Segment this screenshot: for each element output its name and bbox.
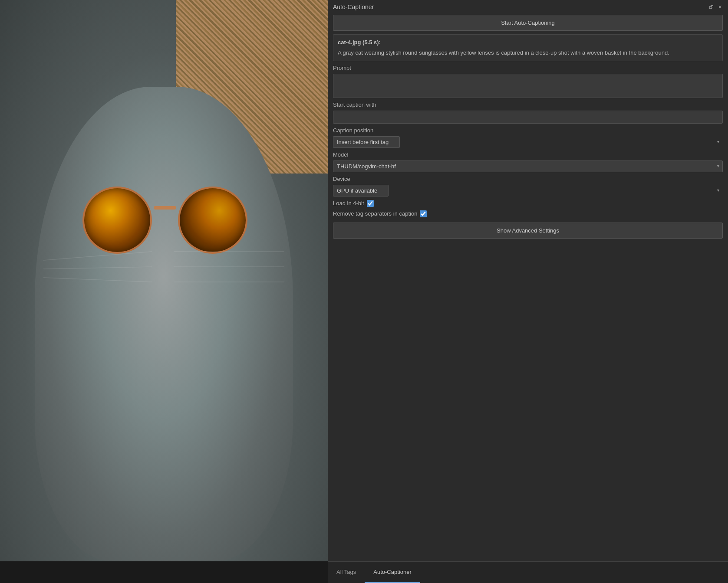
caption-position-section: Caption position Insert before first tag…: [333, 127, 723, 148]
close-button[interactable]: ✕: [717, 4, 723, 10]
show-advanced-settings-button[interactable]: Show Advanced Settings: [333, 223, 723, 239]
caption-filename: cat-4.jpg (5.5 s):: [338, 38, 718, 47]
prompt-label: Prompt: [333, 65, 723, 71]
remove-separators-label: Remove tag separators in caption: [333, 210, 417, 217]
caption-position-select[interactable]: Insert before first tag Insert after las…: [333, 136, 400, 148]
model-dropdown-container: THUDM/cogvlm-chat-hf Salesforce/blip2-op…: [333, 160, 723, 172]
model-section: Model THUDM/cogvlm-chat-hf Salesforce/bl…: [333, 151, 723, 172]
device-dropdown-arrow: ▼: [716, 188, 720, 193]
start-auto-captioning-button[interactable]: Start Auto-Captioning: [333, 15, 723, 31]
svg-line-0: [43, 252, 152, 260]
spacer: [333, 242, 723, 556]
panel-title: Auto-Captioner: [333, 3, 374, 10]
remove-separators-row: Remove tag separators in caption: [333, 210, 723, 217]
svg-line-1: [43, 267, 152, 269]
right-panel: Auto-Captioner 🗗 ✕ Start Auto-Captioning…: [328, 0, 728, 583]
cat-image: [0, 0, 328, 561]
restore-button[interactable]: 🗗: [708, 4, 714, 10]
caption-result-box: cat-4.jpg (5.5 s): A gray cat wearing st…: [333, 34, 723, 61]
caption-position-arrow: ▼: [716, 140, 720, 144]
caption-position-dropdown-container: Insert before first tag Insert after las…: [333, 136, 723, 148]
model-label: Model: [333, 151, 723, 158]
device-dropdown-container: GPU if available CPU CUDA ▼: [333, 185, 723, 197]
model-select[interactable]: THUDM/cogvlm-chat-hf Salesforce/blip2-op…: [333, 160, 723, 172]
cat-svg-overlay: [0, 0, 328, 561]
window-controls: 🗗 ✕: [708, 4, 723, 10]
device-label: Device: [333, 176, 723, 182]
bottom-tab-bar: All Tags Auto-Captioner: [328, 561, 728, 583]
remove-separators-checkbox[interactable]: [420, 210, 427, 217]
load-4bit-checkbox[interactable]: [367, 200, 374, 207]
panel-content: Start Auto-Captioning cat-4.jpg (5.5 s):…: [328, 13, 728, 561]
device-section: Device GPU if available CPU CUDA ▼: [333, 176, 723, 197]
prompt-section: Prompt: [333, 65, 723, 98]
load-4bit-row: Load in 4-bit: [333, 200, 723, 207]
title-bar: Auto-Captioner 🗗 ✕: [328, 0, 728, 13]
caption-position-label: Caption position: [333, 127, 723, 134]
start-caption-section: Start caption with: [333, 102, 723, 124]
load-4bit-label: Load in 4-bit: [333, 200, 364, 206]
image-panel: [0, 0, 328, 583]
start-caption-input[interactable]: [333, 111, 723, 124]
start-caption-label: Start caption with: [333, 102, 723, 108]
prompt-input[interactable]: [333, 74, 723, 98]
svg-line-2: [43, 278, 152, 282]
tab-all-tags[interactable]: All Tags: [328, 562, 365, 583]
caption-text: A gray cat wearing stylish round sunglas…: [338, 49, 669, 56]
device-select[interactable]: GPU if available CPU CUDA: [333, 185, 389, 197]
tab-auto-captioner[interactable]: Auto-Captioner: [365, 562, 420, 583]
